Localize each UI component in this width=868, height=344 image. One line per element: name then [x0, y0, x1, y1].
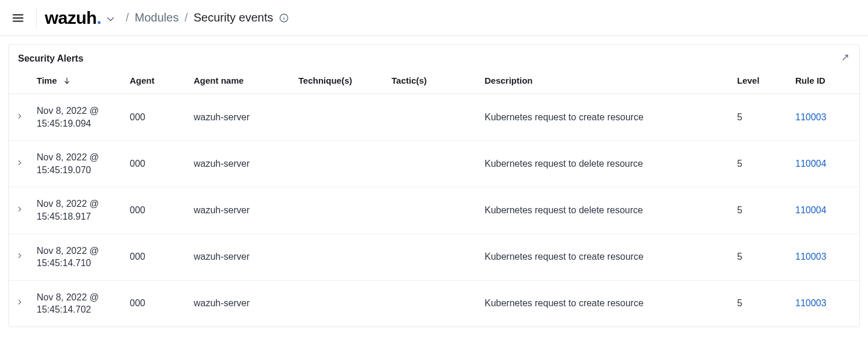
brand-text: wazuh: [45, 8, 97, 27]
column-header-level[interactable]: Level: [731, 67, 789, 94]
cell-technique: [293, 234, 386, 280]
column-header-time-label: Time: [37, 76, 57, 85]
cell-rule-id: 110003: [789, 94, 859, 141]
cell-agent: 000: [124, 94, 188, 141]
svg-point-5: [284, 16, 284, 16]
content-area: Security Alerts Time Agent: [0, 36, 868, 335]
cell-time: Nov 8, 2022 @15:45:19.070: [31, 141, 124, 187]
column-header-tactic[interactable]: Tactic(s): [386, 67, 479, 94]
svg-line-6: [843, 55, 848, 60]
cell-agent-name: wazuh-server: [188, 280, 293, 327]
info-icon: [279, 13, 289, 23]
info-button[interactable]: [279, 13, 289, 23]
cell-tactic: [386, 94, 479, 141]
rule-id-link[interactable]: 110004: [795, 205, 826, 215]
cell-agent: 000: [124, 280, 188, 327]
chevron-down-icon: [105, 13, 116, 25]
cell-technique: [293, 141, 386, 187]
expand-row-button[interactable]: [16, 205, 24, 213]
cell-time: Nov 8, 2022 @15:45:14.702: [31, 280, 124, 327]
rule-id-link[interactable]: 110003: [795, 298, 826, 308]
header-divider: [36, 8, 37, 28]
cell-time-line1: Nov 8, 2022 @: [37, 291, 118, 304]
cell-rule-id: 110003: [789, 234, 859, 280]
brand-dropdown[interactable]: [105, 13, 116, 25]
top-header: wazuh. / Modules / Security events: [0, 0, 868, 36]
cell-description: Kubernetes request to create resource: [479, 94, 731, 141]
cell-time-line1: Nov 8, 2022 @: [37, 198, 118, 210]
breadcrumb-separator: /: [126, 11, 129, 24]
cell-technique: [293, 94, 386, 141]
cell-time-line2: 15:45:19.070: [37, 164, 118, 177]
table-row: Nov 8, 2022 @15:45:14.710000wazuh-server…: [9, 234, 859, 280]
column-header-expand: [9, 67, 31, 94]
cell-description: Kubernetes request to create resource: [479, 234, 731, 280]
column-header-technique[interactable]: Technique(s): [293, 67, 386, 94]
sort-desc-icon: [63, 77, 71, 85]
hamburger-menu-button[interactable]: [8, 8, 28, 28]
cell-description: Kubernetes request to delete resource: [479, 141, 731, 187]
expand-icon: [841, 53, 850, 62]
cell-time-line1: Nov 8, 2022 @: [37, 245, 118, 257]
cell-time-line2: 15:45:19.094: [37, 117, 118, 130]
cell-level: 5: [731, 94, 789, 141]
cell-rule-id: 110003: [789, 280, 859, 327]
cell-tactic: [386, 187, 479, 234]
table-row: Nov 8, 2022 @15:45:19.070000wazuh-server…: [9, 141, 859, 187]
breadcrumb-current: Security events: [194, 11, 273, 24]
cell-time: Nov 8, 2022 @15:45:14.710: [31, 234, 124, 280]
cell-tactic: [386, 280, 479, 327]
table-header-row: Time Agent Agent name Technique(s) Tacti…: [9, 67, 859, 94]
cell-technique: [293, 187, 386, 234]
cell-agent-name: wazuh-server: [188, 141, 293, 187]
table-row: Nov 8, 2022 @15:45:14.702000wazuh-server…: [9, 280, 859, 327]
cell-time-line1: Nov 8, 2022 @: [37, 151, 118, 164]
cell-level: 5: [731, 280, 789, 327]
expand-row-button[interactable]: [16, 298, 24, 306]
cell-technique: [293, 280, 386, 327]
table-row: Nov 8, 2022 @15:45:18.917000wazuh-server…: [9, 187, 859, 234]
column-header-time[interactable]: Time: [31, 67, 124, 94]
cell-level: 5: [731, 141, 789, 187]
expand-row-button[interactable]: [16, 159, 24, 167]
cell-time: Nov 8, 2022 @15:45:18.917: [31, 187, 124, 234]
cell-agent: 000: [124, 234, 188, 280]
cell-level: 5: [731, 187, 789, 234]
cell-time-line2: 15:45:14.702: [37, 303, 118, 316]
rule-id-link[interactable]: 110004: [795, 159, 826, 169]
breadcrumb-modules[interactable]: Modules: [135, 11, 179, 24]
cell-time: Nov 8, 2022 @15:45:19.094: [31, 94, 124, 141]
cell-agent-name: wazuh-server: [188, 187, 293, 234]
security-alerts-panel: Security Alerts Time Agent: [8, 44, 860, 327]
cell-agent: 000: [124, 141, 188, 187]
rule-id-link[interactable]: 110003: [795, 112, 826, 122]
cell-level: 5: [731, 234, 789, 280]
column-header-description[interactable]: Description: [479, 67, 731, 94]
cell-tactic: [386, 141, 479, 187]
cell-time-line2: 15:45:18.917: [37, 210, 118, 223]
cell-rule-id: 110004: [789, 141, 859, 187]
cell-time-line1: Nov 8, 2022 @: [37, 105, 118, 117]
breadcrumb-separator: /: [184, 11, 188, 24]
column-header-agent[interactable]: Agent: [124, 67, 188, 94]
brand-logo[interactable]: wazuh.: [45, 8, 101, 28]
cell-description: Kubernetes request to delete resource: [479, 187, 731, 234]
expand-panel-button[interactable]: [841, 53, 850, 64]
expand-row-button[interactable]: [16, 252, 24, 260]
expand-row-button[interactable]: [16, 112, 24, 120]
cell-rule-id: 110004: [789, 187, 859, 234]
alerts-table: Time Agent Agent name Technique(s) Tacti…: [9, 67, 859, 327]
rule-id-link[interactable]: 110003: [795, 252, 826, 261]
hamburger-icon: [12, 12, 24, 24]
cell-agent: 000: [124, 187, 188, 234]
table-row: Nov 8, 2022 @15:45:19.094000wazuh-server…: [9, 94, 859, 141]
panel-header: Security Alerts: [9, 45, 859, 67]
column-header-rule-id[interactable]: Rule ID: [789, 67, 859, 94]
cell-time-line2: 15:45:14.710: [37, 257, 118, 270]
column-header-agent-name[interactable]: Agent name: [188, 67, 293, 94]
cell-description: Kubernetes request to create resource: [479, 280, 731, 327]
cell-agent-name: wazuh-server: [188, 234, 293, 280]
cell-agent-name: wazuh-server: [188, 94, 293, 141]
panel-title: Security Alerts: [18, 53, 83, 64]
cell-tactic: [386, 234, 479, 280]
